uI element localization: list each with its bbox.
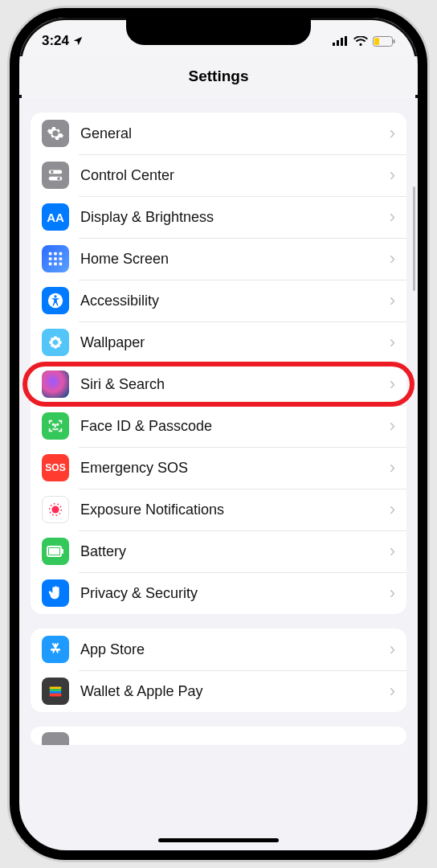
aa-icon: AA bbox=[42, 203, 69, 231]
chevron-right-icon: › bbox=[390, 542, 395, 560]
row-label: Control Center bbox=[80, 167, 390, 184]
grid-icon bbox=[42, 245, 69, 272]
svg-rect-15 bbox=[54, 257, 57, 260]
battery-icon bbox=[42, 538, 69, 565]
svg-rect-6 bbox=[374, 38, 379, 45]
chevron-right-icon: › bbox=[390, 682, 395, 700]
svg-rect-14 bbox=[49, 257, 52, 260]
row-label: Emergency SOS bbox=[80, 460, 390, 477]
row-label: App Store bbox=[80, 641, 390, 658]
row-battery[interactable]: Battery › bbox=[31, 530, 406, 572]
nav-header: Settings bbox=[19, 56, 418, 95]
row-label: Wallet & Apple Pay bbox=[80, 683, 390, 700]
chevron-right-icon: › bbox=[390, 417, 395, 435]
row-label: Privacy & Security bbox=[80, 585, 390, 602]
svg-point-32 bbox=[57, 424, 58, 424]
flower-icon bbox=[42, 329, 69, 356]
svg-rect-0 bbox=[333, 43, 335, 46]
svg-rect-41 bbox=[50, 694, 62, 697]
home-indicator[interactable] bbox=[158, 838, 279, 842]
faceid-icon bbox=[42, 412, 69, 440]
svg-rect-39 bbox=[50, 689, 62, 691]
chevron-right-icon: › bbox=[390, 166, 395, 184]
status-left: 3:24 bbox=[42, 33, 84, 49]
row-label: Home Screen bbox=[80, 251, 390, 268]
wallet-icon bbox=[42, 678, 69, 705]
svg-point-27 bbox=[56, 338, 60, 342]
hand-icon bbox=[42, 579, 69, 607]
chevron-right-icon: › bbox=[390, 125, 395, 142]
svg-rect-36 bbox=[62, 549, 63, 554]
sos-icon: SOS bbox=[42, 454, 69, 481]
row-label: Siri & Search bbox=[80, 376, 390, 393]
cellular-signal-icon bbox=[333, 36, 349, 46]
row-home-screen[interactable]: Home Screen › bbox=[31, 238, 406, 280]
svg-point-26 bbox=[51, 338, 55, 342]
svg-rect-12 bbox=[54, 252, 57, 256]
row-control-center[interactable]: Control Center › bbox=[31, 154, 406, 196]
svg-point-10 bbox=[57, 177, 60, 180]
phone-frame: 3:24 bbox=[10, 8, 427, 860]
svg-point-8 bbox=[51, 170, 54, 174]
scrollbar[interactable] bbox=[413, 186, 415, 291]
wifi-icon bbox=[353, 36, 368, 47]
svg-rect-11 bbox=[49, 252, 52, 256]
row-label: Exposure Notifications bbox=[80, 502, 390, 518]
exposure-icon bbox=[42, 496, 69, 523]
svg-rect-3 bbox=[345, 36, 347, 46]
svg-rect-18 bbox=[54, 263, 57, 266]
gear-icon bbox=[42, 120, 69, 147]
row-label: General bbox=[80, 125, 390, 142]
row-privacy-security[interactable]: Privacy & Security › bbox=[31, 572, 406, 614]
svg-rect-19 bbox=[59, 263, 63, 266]
chevron-right-icon: › bbox=[390, 375, 395, 393]
row-app-store[interactable]: App Store › bbox=[31, 628, 406, 670]
chevron-right-icon: › bbox=[390, 501, 395, 518]
row-passwords-cut[interactable] bbox=[31, 727, 406, 745]
row-accessibility[interactable]: Accessibility › bbox=[31, 280, 406, 321]
svg-point-21 bbox=[54, 295, 56, 297]
settings-group-3 bbox=[31, 727, 406, 745]
svg-rect-17 bbox=[49, 263, 52, 266]
notch bbox=[126, 18, 311, 45]
row-face-id-passcode[interactable]: Face ID & Passcode › bbox=[31, 405, 406, 447]
svg-point-31 bbox=[53, 424, 54, 424]
svg-rect-5 bbox=[394, 39, 395, 43]
svg-rect-37 bbox=[49, 548, 59, 555]
svg-rect-38 bbox=[50, 687, 62, 690]
settings-group-1: General › Control Center › AA Display & … bbox=[31, 113, 406, 614]
svg-point-33 bbox=[51, 506, 59, 513]
svg-rect-16 bbox=[59, 257, 63, 260]
row-wallet-apple-pay[interactable]: Wallet & Apple Pay › bbox=[31, 670, 406, 712]
row-siri-search[interactable]: Siri & Search › bbox=[31, 363, 406, 405]
status-time: 3:24 bbox=[42, 33, 69, 49]
row-label: Battery bbox=[80, 543, 390, 560]
switches-icon bbox=[42, 162, 69, 189]
chevron-right-icon: › bbox=[390, 584, 395, 602]
settings-scroll[interactable]: General › Control Center › AA Display & … bbox=[19, 98, 418, 850]
accessibility-icon bbox=[42, 287, 69, 314]
row-exposure-notifications[interactable]: Exposure Notifications › bbox=[31, 489, 406, 530]
svg-rect-13 bbox=[59, 252, 63, 256]
row-label: Face ID & Passcode bbox=[80, 418, 390, 435]
key-icon bbox=[42, 732, 69, 745]
svg-point-29 bbox=[56, 343, 60, 347]
chevron-right-icon: › bbox=[390, 334, 395, 351]
svg-rect-40 bbox=[50, 691, 62, 694]
svg-rect-2 bbox=[341, 38, 343, 46]
row-general[interactable]: General › bbox=[31, 113, 406, 154]
siri-icon bbox=[42, 371, 69, 398]
row-label: Display & Brightness bbox=[80, 209, 390, 226]
row-wallpaper[interactable]: Wallpaper › bbox=[31, 321, 406, 363]
row-display-brightness[interactable]: AA Display & Brightness › bbox=[31, 196, 406, 238]
status-right bbox=[333, 36, 395, 47]
chevron-right-icon: › bbox=[390, 459, 395, 477]
location-arrow-icon bbox=[72, 35, 84, 47]
page-title: Settings bbox=[189, 68, 249, 84]
chevron-right-icon: › bbox=[390, 208, 395, 226]
svg-point-30 bbox=[54, 341, 58, 345]
row-emergency-sos[interactable]: SOS Emergency SOS › bbox=[31, 447, 406, 489]
appstore-icon bbox=[42, 636, 69, 663]
settings-group-2: App Store › Wallet & Apple Pay › bbox=[31, 628, 406, 712]
row-label: Wallpaper bbox=[80, 334, 390, 351]
